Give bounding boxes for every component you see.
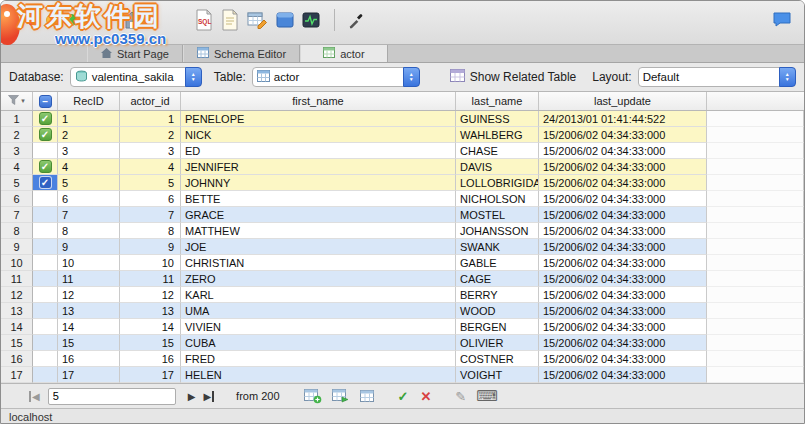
row-select-cell[interactable]: ✓	[33, 175, 58, 191]
row-select-cell[interactable]	[33, 303, 58, 319]
cell-last-name[interactable]: BERGEN	[456, 319, 539, 335]
cell-recid[interactable]: 4	[58, 159, 120, 175]
record-grid-icon[interactable]	[360, 389, 376, 404]
cell-actor-id[interactable]: 13	[120, 303, 181, 319]
cell-first-name[interactable]: NICK	[181, 127, 456, 143]
cell-recid[interactable]: 2	[58, 127, 120, 143]
tab-start-page[interactable]: Start Page	[87, 45, 183, 62]
table-row[interactable]: 666BETTENICHOLSON15/2006/02 04:34:33:000	[1, 191, 804, 207]
cell-last-update[interactable]: 15/2006/02 04:34:33:000	[539, 335, 707, 351]
cell-recid[interactable]: 10	[58, 255, 120, 271]
table-row[interactable]: 1✓11PENELOPEGUINESS24/2013/01 01:41:44:5…	[1, 111, 804, 127]
cell-last-name[interactable]: OLIVIER	[456, 335, 539, 351]
document-icon[interactable]	[221, 9, 239, 31]
cell-last-name[interactable]: CAGE	[456, 271, 539, 287]
row-select-cell[interactable]	[33, 191, 58, 207]
cell-recid[interactable]: 16	[58, 351, 120, 367]
cell-first-name[interactable]: CHRISTIAN	[181, 255, 456, 271]
cell-last-name[interactable]: GABLE	[456, 255, 539, 271]
schema-editor-icon[interactable]	[247, 11, 268, 30]
cell-actor-id[interactable]: 11	[120, 271, 181, 287]
show-related-table-button[interactable]: Show Related Table	[450, 69, 577, 85]
next-record-button[interactable]: ▶	[188, 391, 196, 402]
eyedropper-icon[interactable]	[347, 11, 365, 29]
zoom-button[interactable]	[65, 14, 77, 26]
accept-changes-icon[interactable]: ✓	[398, 389, 409, 404]
row-select-cell[interactable]: ✓	[33, 111, 58, 127]
cell-last-name[interactable]: BERRY	[456, 287, 539, 303]
keyboard-icon[interactable]: ⌨	[476, 387, 498, 405]
table-row[interactable]: 777GRACEMOSTEL15/2006/02 04:34:33:000	[1, 207, 804, 223]
cell-last-update[interactable]: 15/2006/02 04:34:33:000	[539, 287, 707, 303]
cell-first-name[interactable]: GRACE	[181, 207, 456, 223]
cell-last-update[interactable]: 24/2013/01 01:41:44:522	[539, 111, 707, 127]
add-record-icon[interactable]	[304, 389, 322, 404]
cell-first-name[interactable]: UMA	[181, 303, 456, 319]
cell-first-name[interactable]: MATTHEW	[181, 223, 456, 239]
table-row[interactable]: 888MATTHEWJOHANSSON15/2006/02 04:34:33:0…	[1, 223, 804, 239]
filter-header-button[interactable]: ▾	[1, 92, 33, 110]
cell-recid[interactable]: 8	[58, 223, 120, 239]
cell-last-update[interactable]: 15/2006/02 04:34:33:000	[539, 367, 707, 383]
column-header-actor-id[interactable]: actor_id	[120, 92, 181, 110]
row-select-cell[interactable]	[33, 223, 58, 239]
cell-first-name[interactable]: KARL	[181, 287, 456, 303]
table-row[interactable]: 171717HELENVOIGHT15/2006/02 04:34:33:000	[1, 367, 804, 383]
row-select-cell[interactable]	[33, 335, 58, 351]
cell-actor-id[interactable]: 6	[120, 191, 181, 207]
cell-first-name[interactable]: VIVIEN	[181, 319, 456, 335]
table-row[interactable]: 5✓55JOHNNYLOLLOBRIGIDA15/2006/02 04:34:3…	[1, 175, 804, 191]
cell-last-name[interactable]: WAHLBERG	[456, 127, 539, 143]
cell-first-name[interactable]: BETTE	[181, 191, 456, 207]
cell-last-update[interactable]: 15/2006/02 04:34:33:000	[539, 255, 707, 271]
table-row[interactable]: 151515CUBAOLIVIER15/2006/02 04:34:33:000	[1, 335, 804, 351]
row-select-cell[interactable]	[33, 207, 58, 223]
row-select-cell[interactable]	[33, 287, 58, 303]
cell-last-name[interactable]: VOIGHT	[456, 367, 539, 383]
cell-first-name[interactable]: FRED	[181, 351, 456, 367]
row-select-cell[interactable]	[33, 255, 58, 271]
cell-actor-id[interactable]: 7	[120, 207, 181, 223]
table-row[interactable]: 141414VIVIENBERGEN15/2006/02 04:34:33:00…	[1, 319, 804, 335]
cell-last-name[interactable]: JOHANSSON	[456, 223, 539, 239]
cell-actor-id[interactable]: 5	[120, 175, 181, 191]
database-popup[interactable]: valentina_sakila ▲▼	[70, 67, 202, 87]
cell-recid[interactable]: 15	[58, 335, 120, 351]
row-select-cell[interactable]: ✓	[33, 127, 58, 143]
row-select-cell[interactable]	[33, 271, 58, 287]
cell-recid[interactable]: 11	[58, 271, 120, 287]
row-checkbox-checked-icon[interactable]: ✓	[39, 176, 52, 189]
cell-actor-id[interactable]: 12	[120, 287, 181, 303]
cell-recid[interactable]: 14	[58, 319, 120, 335]
layout-popup[interactable]: Default ▲▼	[638, 67, 796, 87]
cell-first-name[interactable]: HELEN	[181, 367, 456, 383]
cell-last-update[interactable]: 15/2006/02 04:34:33:000	[539, 271, 707, 287]
cell-last-update[interactable]: 15/2006/02 04:34:33:000	[539, 127, 707, 143]
sql-file-icon[interactable]: SQL	[195, 9, 213, 31]
table-row[interactable]: 111111ZEROCAGE15/2006/02 04:34:33:000	[1, 271, 804, 287]
first-record-button[interactable]: ◀	[29, 391, 40, 402]
duplicate-record-icon[interactable]	[332, 389, 350, 404]
cell-first-name[interactable]: ZERO	[181, 271, 456, 287]
table-popup[interactable]: actor ▲▼	[252, 67, 420, 87]
cell-first-name[interactable]: JENNIFER	[181, 159, 456, 175]
cell-recid[interactable]: 9	[58, 239, 120, 255]
cell-last-update[interactable]: 15/2006/02 04:34:33:000	[539, 207, 707, 223]
select-all-checkbox[interactable]: –	[33, 92, 58, 110]
cell-actor-id[interactable]: 17	[120, 367, 181, 383]
cell-last-name[interactable]: CHASE	[456, 143, 539, 159]
cell-last-name[interactable]: SWANK	[456, 239, 539, 255]
cell-first-name[interactable]: ED	[181, 143, 456, 159]
cell-actor-id[interactable]: 9	[120, 239, 181, 255]
table-row[interactable]: 999JOESWANK15/2006/02 04:34:33:000	[1, 239, 804, 255]
column-header-last-update[interactable]: last_update	[539, 92, 707, 110]
cell-recid[interactable]: 13	[58, 303, 120, 319]
discard-changes-icon[interactable]: ✕	[420, 389, 431, 404]
cell-actor-id[interactable]: 2	[120, 127, 181, 143]
table-row[interactable]: 333EDCHASE15/2006/02 04:34:33:000	[1, 143, 804, 159]
cell-last-name[interactable]: COSTNER	[456, 351, 539, 367]
table-row[interactable]: 2✓22NICKWAHLBERG15/2006/02 04:34:33:000	[1, 127, 804, 143]
home-icon[interactable]	[121, 10, 143, 30]
cell-last-name[interactable]: LOLLOBRIGIDA	[456, 175, 539, 191]
cell-last-update[interactable]: 15/2006/02 04:34:33:000	[539, 143, 707, 159]
